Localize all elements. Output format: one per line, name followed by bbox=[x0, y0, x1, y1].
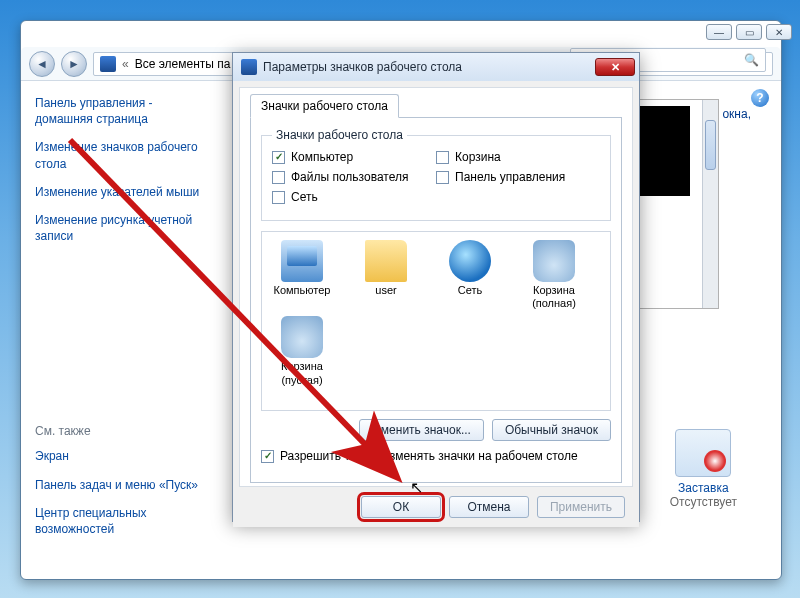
checkbox-computer-label: Компьютер bbox=[291, 150, 353, 164]
see-also-heading: См. также bbox=[35, 424, 211, 438]
search-icon: 🔍 bbox=[744, 53, 759, 67]
desktop-icon-settings-dialog: Параметры значков рабочего стола ✕ Значк… bbox=[232, 52, 640, 522]
dialog-title: Параметры значков рабочего стола bbox=[263, 60, 595, 74]
checkbox-recyclebin-label: Корзина bbox=[455, 150, 501, 164]
checkbox-userfiles[interactable] bbox=[272, 171, 285, 184]
ok-button[interactable]: ОК bbox=[361, 496, 441, 518]
dialog-app-icon bbox=[241, 59, 257, 75]
see-also-ease-of-access[interactable]: Центр специальных возможностей bbox=[35, 505, 211, 537]
icon-label: Корзина (полная) bbox=[522, 284, 586, 310]
dialog-footer: ОК Отмена Применить bbox=[233, 487, 639, 527]
nav-forward-button[interactable]: ► bbox=[61, 51, 87, 77]
checkbox-computer[interactable] bbox=[272, 151, 285, 164]
sidebar-link-desktop-icons[interactable]: Изменение значков рабочего стола bbox=[35, 139, 211, 171]
see-also-display[interactable]: Экран bbox=[35, 448, 211, 464]
checkbox-network[interactable] bbox=[272, 191, 285, 204]
scrollbar-thumb[interactable] bbox=[705, 120, 716, 170]
sidebar-home-link[interactable]: Панель управления - домашняя страница bbox=[35, 95, 211, 127]
folder-icon bbox=[365, 240, 407, 282]
icon-cell-user[interactable]: user bbox=[354, 240, 418, 310]
icon-cell-network[interactable]: Сеть bbox=[438, 240, 502, 310]
icon-label: user bbox=[354, 284, 418, 297]
icon-cell-bin-full[interactable]: Корзина (полная) bbox=[522, 240, 586, 310]
icon-label: Компьютер bbox=[270, 284, 334, 297]
checkbox-recyclebin[interactable] bbox=[436, 151, 449, 164]
icon-label: Корзина (пустая) bbox=[270, 360, 334, 386]
see-also-taskbar[interactable]: Панель задач и меню «Пуск» bbox=[35, 477, 211, 493]
breadcrumb-text-left: Все элементы па bbox=[135, 57, 231, 71]
network-icon bbox=[449, 240, 491, 282]
preview-scrollbar[interactable] bbox=[702, 100, 718, 308]
icon-label: Сеть bbox=[438, 284, 502, 297]
help-icon[interactable]: ? bbox=[751, 89, 769, 107]
dialog-titlebar[interactable]: Параметры значков рабочего стола ✕ bbox=[233, 53, 639, 81]
checkbox-userfiles-label: Файлы пользователя bbox=[291, 170, 408, 184]
dialog-close-button[interactable]: ✕ bbox=[595, 58, 635, 76]
apply-button: Применить bbox=[537, 496, 625, 518]
computer-icon bbox=[281, 240, 323, 282]
tab-panel: Значки рабочего стола Компьютер Файлы по… bbox=[250, 117, 622, 483]
minimize-button[interactable]: ― bbox=[706, 24, 732, 40]
icon-cell-computer[interactable]: Компьютер bbox=[270, 240, 334, 310]
checkbox-allow-themes[interactable] bbox=[261, 450, 274, 463]
screensaver-icon[interactable] bbox=[675, 429, 731, 477]
nav-back-button[interactable]: ◄ bbox=[29, 51, 55, 77]
checkbox-controlpanel-label: Панель управления bbox=[455, 170, 565, 184]
sidebar: Панель управления - домашняя страница Из… bbox=[21, 81, 221, 579]
sidebar-link-account-picture[interactable]: Изменение рисунка учетной записи bbox=[35, 212, 211, 244]
screensaver-link[interactable]: Заставка bbox=[670, 481, 737, 495]
screensaver-status: Отсутствует bbox=[670, 495, 737, 509]
recycle-bin-full-icon bbox=[533, 240, 575, 282]
cancel-button[interactable]: Отмена bbox=[449, 496, 529, 518]
close-window-button[interactable]: ✕ bbox=[766, 24, 792, 40]
icon-preview-grid: Компьютер user Сеть Корзина (полная) Кор… bbox=[261, 231, 611, 411]
control-panel-icon bbox=[100, 56, 116, 72]
change-icon-button[interactable]: Сменить значок... bbox=[359, 419, 484, 441]
recycle-bin-empty-icon bbox=[281, 316, 323, 358]
icon-cell-bin-empty[interactable]: Корзина (пустая) bbox=[270, 316, 334, 386]
checkbox-controlpanel[interactable] bbox=[436, 171, 449, 184]
breadcrumb-chevron: « bbox=[122, 57, 129, 71]
checkbox-network-label: Сеть bbox=[291, 190, 318, 204]
allow-themes-label: Разрешить темам изменять значки на рабоч… bbox=[280, 449, 578, 463]
screensaver-block: Заставка Отсутствует bbox=[670, 429, 737, 509]
sidebar-link-mouse-pointers[interactable]: Изменение указателей мыши bbox=[35, 184, 211, 200]
group-legend: Значки рабочего стола bbox=[272, 128, 407, 142]
tab-desktop-icons[interactable]: Значки рабочего стола bbox=[250, 94, 399, 118]
default-icon-button[interactable]: Обычный значок bbox=[492, 419, 611, 441]
maximize-button[interactable]: ▭ bbox=[736, 24, 762, 40]
desktop-icons-group: Значки рабочего стола Компьютер Файлы по… bbox=[261, 128, 611, 221]
